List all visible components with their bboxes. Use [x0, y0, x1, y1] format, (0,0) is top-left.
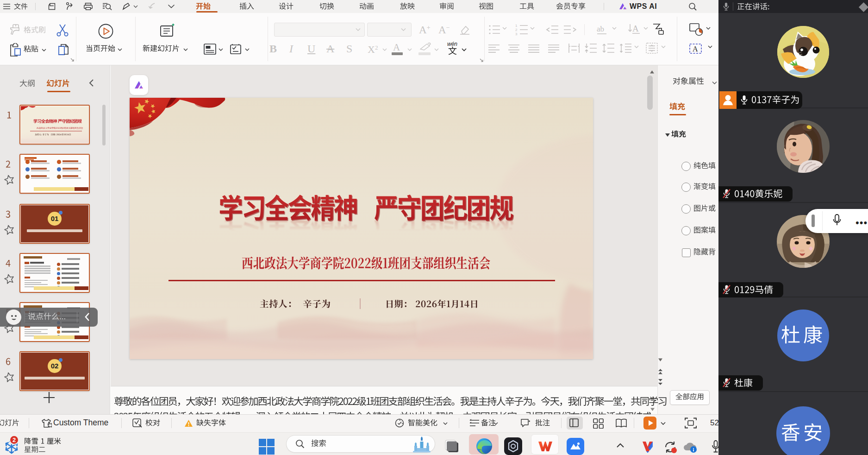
- svg-text:ab: ab: [597, 25, 604, 33]
- svg-text:A: A: [693, 45, 698, 53]
- svg-text:3: 3: [515, 32, 518, 36]
- svg-text:2: 2: [515, 28, 518, 32]
- svg-text:A: A: [632, 24, 639, 33]
- svg-text:1: 1: [515, 24, 518, 28]
